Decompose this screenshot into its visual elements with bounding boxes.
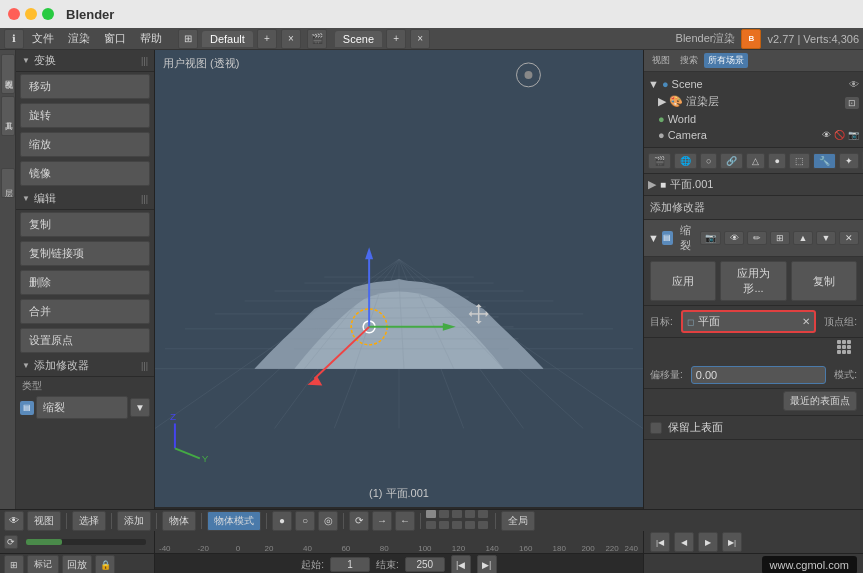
menu-render[interactable]: 渲染 <box>62 29 96 48</box>
menu-window[interactable]: 窗口 <box>98 29 132 48</box>
layer-btn[interactable]: ← <box>395 511 415 531</box>
view-menu-icon[interactable]: 👁 <box>4 511 24 531</box>
scene-tab[interactable]: Scene <box>335 31 382 47</box>
all-scenes-tab[interactable]: 所有场景 <box>704 53 748 68</box>
join-button[interactable]: 合并 <box>20 299 150 324</box>
scale-button[interactable]: 缩放 <box>20 132 150 157</box>
play-start-btn[interactable]: |◀ <box>650 532 670 552</box>
add-btn[interactable]: 添加 <box>117 511 151 531</box>
apply-shape-button[interactable]: 应用为形... <box>720 261 786 301</box>
prop-scene[interactable]: 🎬 <box>648 153 671 169</box>
close-workspace-icon[interactable]: × <box>281 29 301 49</box>
layer-dot[interactable] <box>465 521 475 529</box>
mirror-button[interactable]: 镜像 <box>20 161 150 186</box>
info-icon[interactable]: ℹ <box>4 29 24 49</box>
wire-shade-btn[interactable]: ○ <box>295 511 315 531</box>
marker-icon[interactable]: ⊞ <box>4 555 24 574</box>
manipulator-btn[interactable]: → <box>372 511 392 531</box>
search-tab-right[interactable]: 搜索 <box>676 53 702 68</box>
zoom-value[interactable]: 回放 <box>62 555 92 574</box>
global-btn[interactable]: 全局 <box>501 511 535 531</box>
mode-value[interactable]: 最近的表面点 <box>783 391 857 411</box>
type-value[interactable]: 缩裂 <box>36 396 128 419</box>
apply-button[interactable]: 应用 <box>650 261 716 301</box>
scene-icon[interactable]: 🎬 <box>307 29 327 49</box>
prop-con[interactable]: 🔗 <box>720 153 743 169</box>
duplicate-linked-button[interactable]: 复制链接项 <box>20 241 150 266</box>
solid-shade-btn[interactable]: ● <box>272 511 292 531</box>
start-field[interactable]: 1 <box>330 557 370 572</box>
layer-dot[interactable] <box>452 510 462 518</box>
rotate-button[interactable]: 旋转 <box>20 103 150 128</box>
duplicate-button[interactable]: 复制 <box>20 212 150 237</box>
play-back-btn[interactable]: ◀ <box>674 532 694 552</box>
copy-button[interactable]: 复制 <box>791 261 857 301</box>
menu-help[interactable]: 帮助 <box>134 29 168 48</box>
offset-field[interactable]: 0.00 <box>691 366 826 384</box>
layer-dot[interactable] <box>439 521 449 529</box>
mod-vis-view[interactable]: 👁 <box>724 231 744 245</box>
maximize-button[interactable] <box>42 8 54 20</box>
eye-icon[interactable]: 👁 <box>849 79 859 90</box>
target-clear[interactable]: ✕ <box>802 316 810 327</box>
close-button[interactable] <box>8 8 20 20</box>
workspace-tab[interactable]: Default <box>202 31 253 47</box>
play-end-btn[interactable]: ▶| <box>722 532 742 552</box>
object-mode-btn[interactable]: 物体模式 <box>207 511 261 531</box>
prop-data[interactable]: △ <box>746 153 765 169</box>
preserve-checkbox[interactable] <box>650 422 662 434</box>
mod-expand[interactable]: ⊞ <box>770 231 790 245</box>
type-dropdown-btn[interactable]: ▼ <box>130 398 150 417</box>
render-shade-btn[interactable]: ◎ <box>318 511 338 531</box>
prop-world[interactable]: 🌐 <box>674 153 697 169</box>
prop-part[interactable]: ✦ <box>839 153 859 169</box>
tree-world[interactable]: ● World <box>644 111 863 127</box>
select-btn[interactable]: 选择 <box>72 511 106 531</box>
delete-button[interactable]: 删除 <box>20 270 150 295</box>
tree-camera[interactable]: ● Camera 👁 🚫 📷 <box>644 127 863 143</box>
layer-tab[interactable]: 层 <box>1 168 15 198</box>
camera-eye[interactable]: 👁 <box>822 130 831 140</box>
layer-dot-active[interactable] <box>426 510 436 518</box>
menu-file[interactable]: 文件 <box>26 29 60 48</box>
prop-obj[interactable]: ○ <box>700 153 717 169</box>
add-scene-icon[interactable]: + <box>386 29 406 49</box>
layer-dot[interactable] <box>426 521 436 529</box>
prop-mod[interactable]: 🔧 <box>813 153 836 169</box>
jump-end-btn[interactable]: ▶| <box>477 555 497 574</box>
view-tab[interactable]: 视图 <box>1 54 15 94</box>
play-btn[interactable]: ▶ <box>698 532 718 552</box>
layer-dot[interactable] <box>452 521 462 529</box>
lock-icon[interactable]: 🔒 <box>95 555 115 574</box>
layer-dot[interactable] <box>478 521 488 529</box>
jump-start-btn[interactable]: |◀ <box>451 555 471 574</box>
tools-tab[interactable]: 工具 <box>1 96 15 136</box>
move-button[interactable]: 移动 <box>20 74 150 99</box>
mod-vis-edit[interactable]: ✏ <box>747 231 767 245</box>
pivot-btn[interactable]: ⟳ <box>349 511 369 531</box>
viewport[interactable]: 用户视图 (透视) <box>155 50 643 509</box>
view-tab-right[interactable]: 视图 <box>648 53 674 68</box>
add-workspace-icon[interactable]: + <box>257 29 277 49</box>
camera-render[interactable]: 📷 <box>848 130 859 140</box>
layer-dot[interactable] <box>478 510 488 518</box>
screen-icon[interactable]: ⊞ <box>178 29 198 49</box>
minimize-button[interactable] <box>25 8 37 20</box>
target-field[interactable]: ◻ 平面 ✕ <box>681 310 816 333</box>
mod-down[interactable]: ▼ <box>816 231 836 245</box>
object-btn[interactable]: 物体 <box>162 511 196 531</box>
prop-mat[interactable]: ● <box>768 153 785 169</box>
camera-restrict[interactable]: 🚫 <box>834 130 845 140</box>
close-scene-icon[interactable]: × <box>410 29 430 49</box>
prop-tex[interactable]: ⬚ <box>789 153 810 169</box>
mod-vis-render[interactable]: 📷 <box>700 231 721 245</box>
layer-dot[interactable] <box>439 510 449 518</box>
tree-scene[interactable]: ▼ ● Scene 👁 <box>644 76 863 92</box>
timeline-view-icon[interactable]: ⟳ <box>4 535 18 549</box>
end-field[interactable]: 250 <box>405 557 445 572</box>
view-btn[interactable]: 视图 <box>27 511 61 531</box>
origin-button[interactable]: 设置原点 <box>20 328 150 353</box>
mod-delete[interactable]: ✕ <box>839 231 859 245</box>
layer-dot[interactable] <box>465 510 475 518</box>
mod-up[interactable]: ▲ <box>793 231 813 245</box>
